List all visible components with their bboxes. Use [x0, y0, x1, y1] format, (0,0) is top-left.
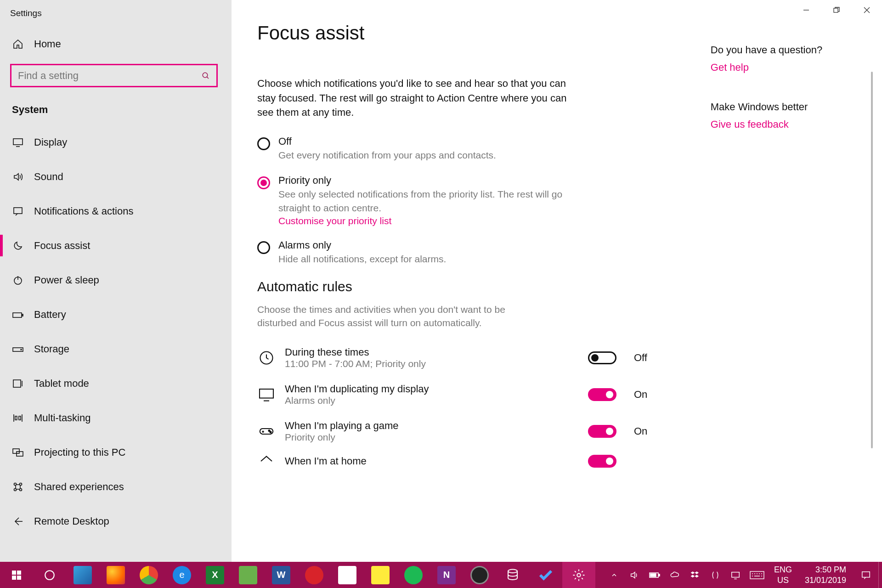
radio-off[interactable]: Off Get every notification from your app… [257, 136, 570, 162]
taskbar-app-opera[interactable] [298, 562, 331, 588]
language-indicator[interactable]: ENG US [769, 565, 797, 585]
taskbar-app-photo[interactable] [232, 562, 265, 588]
customise-priority-link[interactable]: Customise your priority list [278, 215, 391, 226]
aside-panel: Do you have a question? Get help Make Wi… [711, 22, 855, 562]
svg-rect-2 [14, 208, 22, 214]
svg-rect-30 [732, 572, 740, 577]
sidebar-item-storage[interactable]: Storage [0, 332, 232, 366]
taskbar-app-excel[interactable]: X [198, 562, 232, 588]
radio-button[interactable] [257, 241, 270, 254]
tray-keyboard-icon[interactable] [746, 562, 769, 588]
taskbar-app-1[interactable] [66, 562, 99, 588]
taskbar-app-edge[interactable]: e [165, 562, 198, 588]
feedback-link[interactable]: Give us feedback [711, 119, 855, 130]
tray-volume-icon[interactable] [624, 562, 645, 588]
storage-icon [12, 343, 24, 355]
svg-rect-32 [862, 571, 870, 577]
sidebar-item-sound[interactable]: Sound [0, 159, 232, 194]
moon-icon [12, 240, 24, 252]
toggle-duplicating[interactable] [588, 388, 616, 401]
radio-alarms-only[interactable]: Alarms only Hide all notifications, exce… [257, 239, 570, 266]
clock-icon [257, 349, 276, 367]
rule-playing-game[interactable]: When I'm playing a game Priority only On [257, 413, 652, 450]
tray-misc-icon[interactable] [705, 562, 725, 588]
taskbar-app-obs[interactable] [463, 562, 496, 588]
toggle-gaming[interactable] [588, 425, 616, 438]
svg-rect-9 [13, 449, 19, 453]
better-heading: Make Windows better [711, 101, 855, 113]
svg-point-25 [508, 569, 517, 573]
minimize-button[interactable] [791, 0, 821, 20]
svg-rect-15 [834, 8, 838, 12]
action-center-icon[interactable] [854, 562, 878, 588]
tray-onedrive-icon[interactable] [665, 562, 685, 588]
display-icon [12, 136, 24, 148]
rule-during-times[interactable]: During these times 11:00 PM - 7:00 AM; P… [257, 339, 652, 376]
radio-button[interactable] [257, 176, 270, 189]
svg-rect-20 [12, 571, 16, 575]
sidebar-item-shared[interactable]: Shared experiences [0, 469, 232, 504]
svg-point-18 [269, 430, 270, 431]
taskbar: e X W N ENG US 3:50 PM 31/01/2019 [0, 562, 882, 588]
sidebar-item-notifications[interactable]: Notifications & actions [0, 194, 232, 228]
radio-priority-only[interactable]: Priority only See only selected notifica… [257, 175, 570, 226]
svg-rect-8 [13, 380, 21, 387]
sidebar-item-power[interactable]: Power & sleep [0, 263, 232, 297]
sidebar: Settings Home System Display Sound [0, 0, 232, 562]
radio-button[interactable] [257, 137, 270, 150]
svg-point-13 [14, 488, 17, 491]
tray-expand-icon[interactable] [604, 562, 624, 588]
power-icon [12, 274, 24, 286]
tray-network-icon[interactable] [725, 562, 746, 588]
close-button[interactable] [852, 0, 882, 20]
clock[interactable]: 3:50 PM 31/01/2019 [797, 565, 854, 585]
shared-icon [12, 481, 24, 493]
toggle-home[interactable] [588, 455, 616, 468]
sidebar-item-tablet[interactable]: Tablet mode [0, 366, 232, 401]
taskbar-app-settings[interactable] [562, 562, 595, 588]
show-desktop-button[interactable] [878, 562, 882, 588]
taskbar-app-onenote[interactable]: N [430, 562, 463, 588]
svg-point-12 [20, 483, 22, 485]
search-input[interactable] [18, 70, 202, 82]
sidebar-item-projecting[interactable]: Projecting to this PC [0, 435, 232, 469]
sidebar-item-multitasking[interactable]: Multi-tasking [0, 401, 232, 435]
maximize-button[interactable] [821, 0, 852, 20]
toggle-during-times[interactable] [588, 351, 616, 364]
taskbar-app-db[interactable] [496, 562, 529, 588]
rule-duplicating-display[interactable]: When I'm duplicating my display Alarms o… [257, 376, 652, 413]
cortana-button[interactable] [33, 562, 66, 588]
search-box[interactable] [10, 64, 218, 87]
svg-point-0 [203, 73, 208, 78]
svg-rect-31 [750, 571, 764, 579]
multitasking-icon [12, 412, 24, 424]
taskbar-app-store[interactable] [331, 562, 364, 588]
taskbar-app-keep[interactable] [364, 562, 397, 588]
taskbar-app-spotify[interactable] [397, 562, 430, 588]
main-content: Focus assist Choose which notifications … [232, 0, 882, 562]
page-title: Focus assist [257, 22, 656, 44]
tray-dropbox-icon[interactable] [685, 562, 705, 588]
start-button[interactable] [0, 562, 33, 588]
svg-rect-5 [22, 314, 23, 316]
tray-battery-icon[interactable] [645, 562, 665, 588]
gamepad-icon [257, 422, 276, 441]
taskbar-app-firefox[interactable] [99, 562, 132, 588]
notifications-icon [12, 205, 24, 217]
app-title: Settings [0, 6, 232, 27]
svg-rect-21 [17, 571, 21, 575]
rule-at-home[interactable]: When I'm at home [257, 450, 652, 473]
sidebar-item-display[interactable]: Display [0, 125, 232, 159]
taskbar-app-word[interactable]: W [265, 562, 298, 588]
sidebar-home[interactable]: Home [0, 27, 232, 61]
taskbar-app-todo[interactable] [529, 562, 562, 588]
taskbar-app-chrome[interactable] [132, 562, 165, 588]
svg-point-24 [45, 571, 54, 580]
sidebar-item-remote[interactable]: Remote Desktop [0, 504, 232, 538]
svg-rect-22 [12, 576, 16, 580]
sidebar-item-battery[interactable]: Battery [0, 297, 232, 332]
sidebar-item-focus-assist[interactable]: Focus assist [0, 228, 232, 263]
scrollbar[interactable] [871, 72, 873, 448]
get-help-link[interactable]: Get help [711, 62, 855, 74]
svg-point-11 [14, 483, 17, 485]
